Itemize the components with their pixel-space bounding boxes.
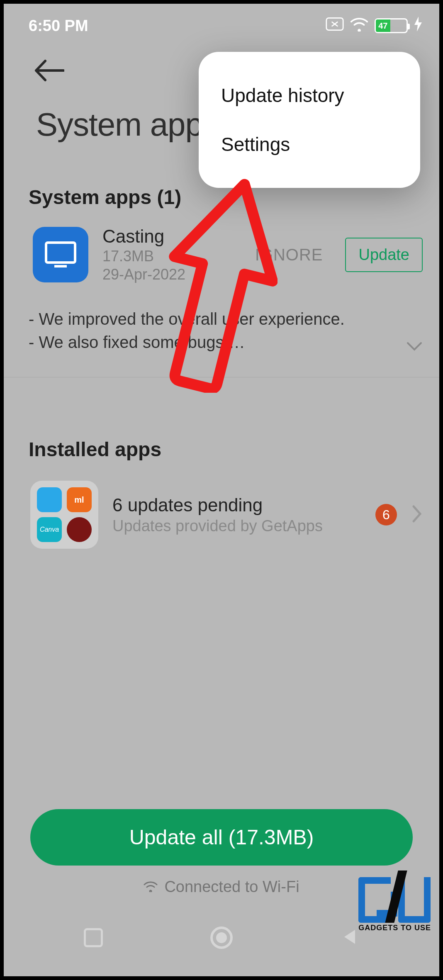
changelog-block[interactable]: - We improved the overall user experienc… [4, 283, 439, 377]
pending-meta: 6 updates pending Updates provided by Ge… [112, 495, 361, 535]
app-icon-casting [33, 227, 88, 282]
battery-icon: 47 [375, 18, 408, 33]
chevron-down-icon[interactable] [406, 341, 423, 354]
app-name: Casting [102, 226, 241, 247]
update-button[interactable]: Update [345, 238, 423, 272]
menu-item-settings[interactable]: Settings [199, 120, 420, 169]
mini-app-icon [37, 487, 62, 512]
nav-home-icon[interactable] [210, 927, 233, 949]
changelog-text: - We improved the overall user experienc… [29, 307, 345, 354]
svg-rect-1 [46, 243, 75, 263]
mini-app-icon: Canva [37, 517, 62, 542]
apps-grid-icon: ml Canva [30, 481, 98, 549]
device-frame: 6:50 PM 47 System app upd System apps (1… [0, 0, 443, 980]
status-bar: 6:50 PM 47 [4, 4, 439, 42]
watermark-text: GADGETS TO USE [358, 924, 431, 932]
status-icons: 47 [326, 17, 423, 35]
mini-app-icon: ml [67, 487, 92, 512]
app-meta: Casting 17.3MB 29-Apr-2022 [102, 226, 241, 283]
wifi-icon [350, 17, 369, 35]
app-date: 29-Apr-2022 [102, 266, 241, 283]
app-size: 17.3MB [102, 248, 241, 265]
pending-title: 6 updates pending [112, 495, 361, 516]
app-row-casting[interactable]: Casting 17.3MB 29-Apr-2022 IGNORE Update [4, 209, 439, 283]
wifi-small-icon [144, 878, 158, 896]
status-time: 6:50 PM [29, 17, 88, 35]
nav-bar [30, 911, 413, 965]
pending-badge: 6 [375, 504, 397, 525]
pending-subtitle: Updates provided by GetApps [112, 517, 361, 535]
charging-icon [414, 17, 423, 35]
update-all-button[interactable]: Update all (17.3MB) [30, 809, 413, 866]
nav-recents-icon[interactable] [84, 928, 103, 947]
overflow-menu-popup: Update history Settings [199, 52, 420, 188]
menu-item-update-history[interactable]: Update history [199, 71, 420, 120]
pending-updates-row[interactable]: ml Canva 6 updates pending Updates provi… [4, 461, 439, 549]
mini-app-icon [67, 517, 92, 542]
wifi-status: Connected to Wi-Fi [30, 878, 413, 896]
changelog-line: - We also fixed some bugs.… [29, 331, 345, 354]
ignore-button[interactable]: IGNORE [255, 246, 323, 264]
section-heading-installed: Installed apps [4, 377, 439, 461]
watermark: GADGETS TO USE [358, 871, 431, 932]
nav-back-icon[interactable] [340, 927, 359, 948]
battery-percent: 47 [376, 19, 390, 32]
chevron-right-icon [411, 505, 423, 525]
watermark-logo-icon [358, 871, 431, 923]
svg-rect-2 [54, 265, 67, 267]
wifi-status-label: Connected to Wi-Fi [164, 878, 299, 896]
rotation-lock-icon [326, 17, 344, 35]
changelog-line: - We improved the overall user experienc… [29, 307, 345, 331]
